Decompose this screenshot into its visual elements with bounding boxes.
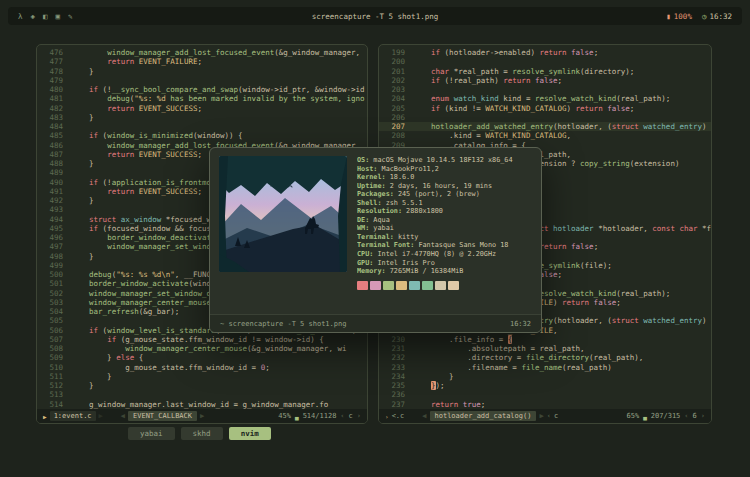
statusline-right: › <.c ◀ hotloader_add_catalog() ▶ ‹ c 65…	[379, 409, 711, 423]
terminal-color-palette	[357, 281, 532, 290]
line-number: 500	[37, 270, 71, 279]
line-text: }	[71, 381, 367, 390]
line-number: 512	[37, 381, 71, 390]
line-number: 478	[37, 67, 71, 76]
code-line: 478 }	[37, 67, 367, 76]
code-line: 230 .file_info = {	[379, 335, 711, 344]
tmux-tab[interactable]: nvim	[229, 427, 271, 440]
tmux-tab[interactable]: yabai	[128, 427, 175, 440]
angle-right-icon: ›	[701, 412, 705, 420]
fetch-line: Memory: 7265MiB / 16384MiB	[357, 267, 532, 276]
buffer-name: <.c	[392, 412, 405, 420]
line-text	[413, 390, 711, 399]
line-number: 507	[37, 335, 71, 344]
line-number: 206	[379, 113, 413, 122]
line-text	[71, 76, 367, 85]
code-line: 481 debug("%s: %d has been marked invali…	[37, 94, 367, 103]
line-number: 485	[37, 131, 71, 140]
tmux-window-tabs: yabai skhd nvim	[128, 427, 271, 440]
code-line: 232 .directory = file_directory(real_pat…	[379, 353, 711, 362]
fetch-label: DE:	[357, 216, 369, 225]
code-line: 203	[379, 85, 711, 94]
line-number: 501	[37, 279, 71, 288]
code-line: 480 if (!__sync_bool_compare_and_swap(wi…	[37, 85, 367, 94]
line-text	[413, 85, 711, 94]
line-number: 205	[379, 104, 413, 113]
topbar-icon[interactable]: ◈	[31, 12, 36, 21]
topbar-icon[interactable]: ✎	[68, 12, 73, 21]
filetype-label: c	[554, 412, 558, 420]
code-line: 510 g_mouse_state.ffm_window_id = 0;	[37, 363, 367, 372]
line-number: 232	[379, 353, 413, 362]
line-text: }	[71, 372, 367, 381]
line-text: if (!__sync_bool_compare_and_swap(window…	[71, 85, 367, 94]
color-swatch	[370, 281, 381, 290]
line-text: debug("%s: %d has been marked invalid by…	[71, 94, 367, 103]
line-number: 201	[379, 67, 413, 76]
line-number: 498	[37, 252, 71, 261]
code-line: 509 } else {	[37, 353, 367, 362]
fetch-label: Shell:	[357, 199, 382, 208]
line-number: 489	[37, 168, 71, 177]
line-text: if (g_mouse_state.ffm_window_id != windo…	[71, 335, 367, 344]
fetch-value: yabai	[369, 224, 394, 233]
line-text: });	[413, 381, 711, 390]
tmux-tab[interactable]: skhd	[181, 427, 223, 440]
fetch-line: Kernel: 18.6.0	[357, 173, 532, 182]
line-text: if (kind != WATCH_KIND_CATALOG) return f…	[413, 104, 711, 113]
fetch-label: Uptime:	[357, 182, 386, 191]
scroll-percent: 45%	[278, 412, 291, 420]
line-number: 208	[379, 131, 413, 140]
current-function-label: hotloader_add_catalog()	[430, 411, 537, 421]
fetch-line: DE: Aqua	[357, 216, 532, 225]
line-number: 231	[379, 344, 413, 353]
topbar-icon[interactable]: ▣	[56, 12, 61, 21]
code-line: 236	[379, 390, 711, 399]
pane-indicator-icon: ▶	[43, 413, 47, 420]
code-line: 508 window_manager_center_mouse(&g_windo…	[37, 344, 367, 353]
line-number: 202	[379, 76, 413, 85]
line-text: }	[71, 67, 367, 76]
code-line: 483 }	[37, 113, 367, 122]
code-line: 482 return EVENT_SUCCESS;	[37, 104, 367, 113]
topbar-icon[interactable]: ◧	[43, 12, 48, 21]
code-line: 208 .kind = WATCH_KIND_CATALOG,	[379, 131, 711, 140]
statusline-left: ▶ 1:event.c ▶ ◀ EVENT_CALLBACK ▶ 45% ▄ 5…	[37, 409, 367, 423]
line-text: return EVENT_FAILURE;	[71, 57, 367, 66]
fetch-label: OS:	[357, 156, 369, 165]
line-number: 230	[379, 335, 413, 344]
line-number: 490	[37, 178, 71, 187]
code-line: 237 return true;	[379, 400, 711, 409]
fetch-line: Host: MacBookPro11,2	[357, 165, 532, 174]
line-text: return true;	[413, 400, 711, 409]
fetch-line: GPU: Intel Iris Pro	[357, 259, 532, 268]
code-line: 507 if (g_mouse_state.ffm_window_id != w…	[37, 335, 367, 344]
angle-right-icon: ›	[357, 412, 361, 420]
cursor-position: 514/1128	[303, 412, 337, 420]
line-number: 483	[37, 113, 71, 122]
line-number: 484	[37, 122, 71, 131]
code-line: 205 if (kind != WATCH_KIND_CATALOG) retu…	[379, 104, 711, 113]
line-text: .directory = file_directory(real_path),	[413, 353, 711, 362]
code-line: 201 char *real_path = resolve_symlink(di…	[379, 67, 711, 76]
powerline-arrow-icon: ▶	[200, 413, 204, 420]
line-text: .kind = WATCH_KIND_CATALOG,	[413, 131, 711, 140]
line-number: 502	[37, 289, 71, 298]
floating-terminal-window[interactable]: OS: macOS Mojave 10.14.5 18F132 x86_64 H…	[209, 147, 542, 333]
line-number: 482	[37, 104, 71, 113]
line-number: 237	[379, 400, 413, 409]
line-text	[413, 57, 711, 66]
topbar-icon[interactable]: λ	[18, 12, 23, 21]
line-number: 496	[37, 233, 71, 242]
line-number: 476	[37, 48, 71, 57]
fetch-value: 2880x1800	[402, 207, 443, 216]
fetch-label: Resolution:	[357, 207, 402, 216]
fetch-value: 7265MiB / 16384MiB	[386, 267, 464, 276]
line-number: 509	[37, 353, 71, 362]
code-line: 479	[37, 76, 367, 85]
line-number: 503	[37, 298, 71, 307]
line-number: 508	[37, 344, 71, 353]
clock: ◷ 16:32	[702, 12, 732, 21]
color-swatch	[448, 281, 459, 290]
fetch-line: Terminal: kitty	[357, 233, 532, 242]
